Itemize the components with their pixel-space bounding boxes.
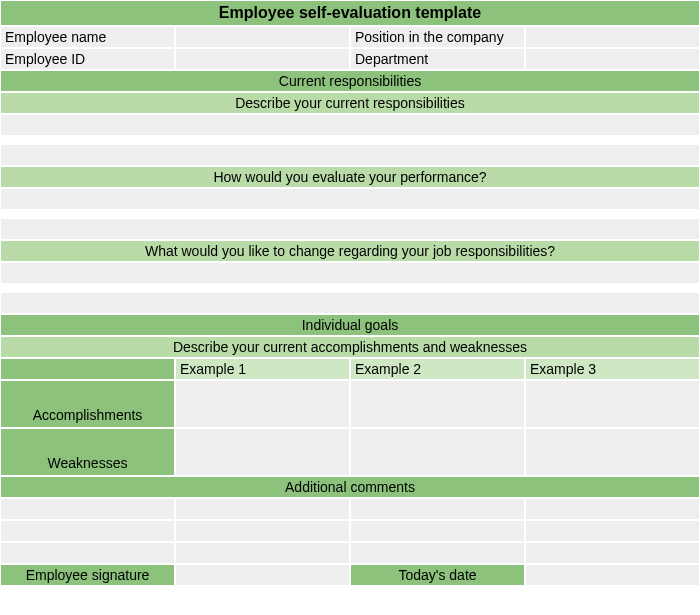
weaknesses-example-1[interactable] — [175, 428, 350, 476]
spacer — [0, 136, 700, 144]
position-label: Position in the company — [350, 26, 525, 48]
employee-signature-value[interactable] — [175, 564, 350, 586]
spacer — [0, 210, 700, 218]
comments-r3c2[interactable] — [175, 542, 350, 564]
employee-signature-label: Employee signature — [0, 564, 175, 586]
position-value[interactable] — [525, 26, 700, 48]
answer-change-responsibilities[interactable] — [0, 262, 700, 284]
section-current-responsibilities: Current responsibilities — [0, 70, 700, 92]
question-describe-responsibilities: Describe your current responsibilities — [0, 92, 700, 114]
weaknesses-example-2[interactable] — [350, 428, 525, 476]
comments-r2c1[interactable] — [0, 520, 175, 542]
section-additional-comments: Additional comments — [0, 476, 700, 498]
comments-r3c3[interactable] — [350, 542, 525, 564]
section-individual-goals: Individual goals — [0, 314, 700, 336]
employee-id-label: Employee ID — [0, 48, 175, 70]
todays-date-label: Today's date — [350, 564, 525, 586]
employee-name-value[interactable] — [175, 26, 350, 48]
weaknesses-example-3[interactable] — [525, 428, 700, 476]
form-title: Employee self-evaluation template — [0, 0, 700, 26]
comments-r2c3[interactable] — [350, 520, 525, 542]
accomplishments-label: Accomplishments — [0, 380, 175, 428]
employee-id-value[interactable] — [175, 48, 350, 70]
subheader-accomplishments-weaknesses: Describe your current accomplishments an… — [0, 336, 700, 358]
question-evaluate-performance: How would you evaluate your performance? — [0, 166, 700, 188]
department-label: Department — [350, 48, 525, 70]
department-value[interactable] — [525, 48, 700, 70]
comments-r3c1[interactable] — [0, 542, 175, 564]
self-evaluation-template: Employee self-evaluation template Employ… — [0, 0, 700, 586]
example-1-header: Example 1 — [175, 358, 350, 380]
accomplishments-example-2[interactable] — [350, 380, 525, 428]
comments-r1c2[interactable] — [175, 498, 350, 520]
answer-evaluate-performance-2[interactable] — [0, 218, 700, 240]
question-change-responsibilities: What would you like to change regarding … — [0, 240, 700, 262]
weaknesses-label: Weaknesses — [0, 428, 175, 476]
accomplishments-example-3[interactable] — [525, 380, 700, 428]
answer-evaluate-performance[interactable] — [0, 188, 700, 210]
todays-date-value[interactable] — [525, 564, 700, 586]
examples-corner — [0, 358, 175, 380]
comments-r2c2[interactable] — [175, 520, 350, 542]
comments-r2c4[interactable] — [525, 520, 700, 542]
spacer — [0, 284, 700, 292]
answer-change-responsibilities-2[interactable] — [0, 292, 700, 314]
answer-describe-responsibilities-2[interactable] — [0, 144, 700, 166]
employee-name-label: Employee name — [0, 26, 175, 48]
accomplishments-example-1[interactable] — [175, 380, 350, 428]
comments-r3c4[interactable] — [525, 542, 700, 564]
comments-r1c3[interactable] — [350, 498, 525, 520]
answer-describe-responsibilities[interactable] — [0, 114, 700, 136]
comments-r1c4[interactable] — [525, 498, 700, 520]
example-2-header: Example 2 — [350, 358, 525, 380]
example-3-header: Example 3 — [525, 358, 700, 380]
comments-r1c1[interactable] — [0, 498, 175, 520]
